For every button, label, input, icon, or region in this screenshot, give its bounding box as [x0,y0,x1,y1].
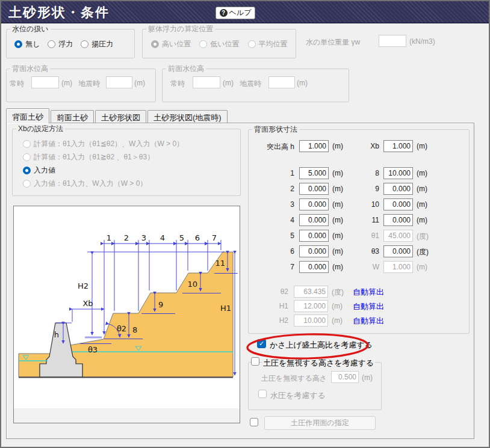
group-label: 前面水位高 [166,64,206,73]
row-label-8: 8 [338,169,379,177]
input-dim-2[interactable] [299,183,329,195]
row-label-9: 9 [338,185,379,193]
group-label: Xbの設定方法 [16,124,65,133]
row-label-6: 6 [254,247,294,256]
auto-calc-link-h1[interactable]: 自動算出 [353,301,384,312]
row-label-5: 5 [254,232,294,240]
unit-label: (度) [417,232,429,242]
back-water-seismic-label: 地震時 [78,79,100,89]
water-level-options: 無し 浮力 揚圧力 [14,39,113,49]
svg-text:H1: H1 [220,304,231,313]
input-theta2 [294,286,328,298]
radio-buoyancy-label: 浮力 [58,39,73,49]
tab-soil-shape-figure[interactable]: 土砂形状図 [95,110,146,123]
radio-buoyancy[interactable] [48,40,55,48]
tab-back-soil[interactable]: 背面土砂 [6,108,49,123]
water-pressure-label: 水圧を考慮する [270,390,326,401]
input-theta1 [383,230,413,242]
row-label-1: 1 [254,169,294,177]
row-label-w: W [338,263,379,271]
row-label-h1: H1 [266,302,288,310]
unit-weight-input [379,35,406,47]
row-label-3: 3 [254,200,294,209]
input-tosshutsu-h[interactable] [299,140,329,152]
input-dim-5[interactable] [299,230,329,242]
input-dim-3[interactable] [299,198,329,210]
raise-embankment-checkbox[interactable] [257,339,266,348]
input-h2 [294,315,328,327]
auto-calc-link-h2[interactable]: 自動算出 [353,316,384,327]
row-label-xb: Xb [338,142,379,150]
row-label-theta3: θ3 [338,247,379,256]
pressure-surface-checkbox[interactable] [250,418,258,426]
row-label-4: 4 [254,216,294,224]
unit-label: (m) [417,216,427,224]
ignore-earth-pressure-checkbox[interactable] [251,357,259,366]
unit-label: (m) [332,316,343,325]
tab-soil-shape-figure-seismic[interactable]: 土砂形状図(地震時) [147,110,228,123]
input-dim-11[interactable] [383,214,413,226]
xb-option-3: 入力値 [23,165,55,176]
svg-text:6: 6 [195,233,200,242]
input-xb[interactable] [383,140,413,152]
radio-none-label: 無し [25,39,40,49]
radio-high-label: 高い位置 [162,39,191,49]
row-label-10: 10 [338,200,379,209]
radio-calc-1 [23,140,31,148]
unit-label: (m) [223,79,234,87]
radio-uplift-label: 揚圧力 [91,39,113,49]
tab-strip: 背面土砂 前面土砂 土砂形状図 土砂形状図(地震時) [6,108,229,123]
radio-average-position [248,40,256,48]
radio-input-value[interactable] [23,167,31,174]
input-dim-8[interactable] [383,167,413,179]
row-label-theta1: θ1 [338,232,379,240]
picture-gray-bar [14,408,240,423]
buoyancy-position-options: 高い位置 低い位置 平均位置 [151,39,288,49]
radio-input-w-label: 入力値：θ1入力、W入力（W > 0） [34,179,147,189]
page-title: 土砂形状・条件 [8,4,110,22]
input-theta3[interactable] [383,245,413,257]
help-button[interactable]: ? ヘルプ [216,7,255,19]
radio-low-label: 低い位置 [210,39,239,49]
input-dim-1[interactable] [299,167,329,179]
input-dim-9[interactable] [383,183,413,195]
radio-input-w [23,180,31,188]
svg-text:2: 2 [124,233,129,242]
pressure-surface-button: 土圧作用面の指定 [264,416,376,430]
radio-calc-2 [23,153,31,161]
title-bar: 土砂形状・条件 ? ヘルプ [1,1,489,23]
row-label-h2: H2 [266,316,288,325]
front-water-seismic-label: 地震時 [240,79,261,89]
unit-label: (m) [362,373,373,382]
raise-embankment-label: かさ上げ盛土高比を考慮する [270,340,373,351]
svg-text:10: 10 [187,280,197,289]
radio-high-position [151,40,159,48]
input-dim-10[interactable] [383,198,413,210]
svg-text:9: 9 [158,300,163,309]
unit-label: (m) [61,79,72,87]
ignore-earth-pressure-group [248,362,382,410]
unit-label: (m) [297,79,308,87]
radio-average-label: 平均位置 [259,39,288,49]
svg-text:11: 11 [215,259,225,268]
radio-uplift[interactable] [81,40,88,48]
front-water-normal-input [193,76,220,88]
svg-text:1: 1 [107,233,111,242]
ignore-earth-pressure-label: 土圧を無視する高さを考慮する [262,358,375,369]
xb-option-1: 計算値：θ1入力（θ1≦θ2）、W入力（W > 0） [23,139,184,149]
row-label-7: 7 [254,263,294,271]
ignore-height-input [331,371,359,383]
input-dim-7[interactable] [299,261,329,273]
input-dim-6[interactable] [299,245,329,257]
radio-low-position [199,40,207,48]
radio-none[interactable] [14,40,22,48]
input-dim-4[interactable] [299,214,329,226]
unit-label: (m) [417,200,427,209]
svg-text:θ3: θ3 [88,345,98,354]
soil-diagram-picture: 1 2 3 4 5 6 7 H2 Xb h θ3 θ2 8 9 10 11 H1 [13,206,240,423]
group-label: 躯体浮力の算定位置 [146,25,215,33]
tab-front-soil[interactable]: 前面土砂 [51,110,94,123]
ignore-height-label: 土圧を無視する高さ [261,373,327,384]
help-label: ヘルプ [229,8,252,18]
auto-calc-link-theta2[interactable]: 自動算出 [353,287,384,298]
